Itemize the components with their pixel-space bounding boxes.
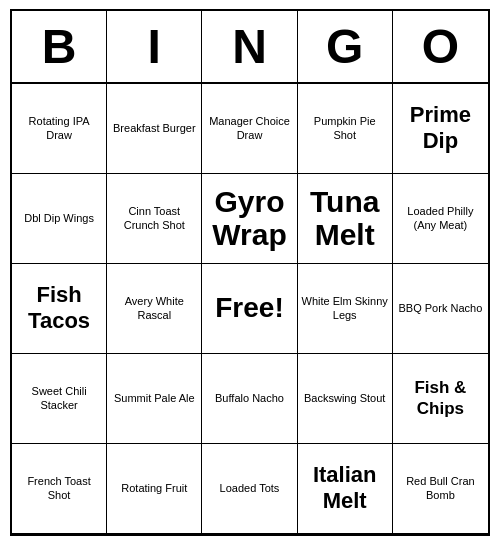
- bingo-cell-9: Loaded Philly (Any Meat): [393, 174, 488, 264]
- cell-text-14: BBQ Pork Nacho: [399, 301, 483, 315]
- cell-text-1: Breakfast Burger: [113, 121, 196, 135]
- bingo-letter-g: G: [298, 11, 393, 82]
- cell-text-15: Sweet Chili Stacker: [16, 384, 102, 413]
- bingo-cell-7: Gyro Wrap: [202, 174, 297, 264]
- bingo-cell-16: Summit Pale Ale: [107, 354, 202, 444]
- bingo-cell-14: BBQ Pork Nacho: [393, 264, 488, 354]
- cell-text-12: Free!: [215, 292, 283, 324]
- bingo-cell-0: Rotating IPA Draw: [12, 84, 107, 174]
- cell-text-8: Tuna Melt: [302, 185, 388, 251]
- cell-text-13: White Elm Skinny Legs: [302, 294, 388, 323]
- cell-text-17: Buffalo Nacho: [215, 391, 284, 405]
- cell-text-18: Backswing Stout: [304, 391, 385, 405]
- cell-text-5: Dbl Dip Wings: [24, 211, 94, 225]
- cell-text-21: Rotating Fruit: [121, 481, 187, 495]
- bingo-cell-5: Dbl Dip Wings: [12, 174, 107, 264]
- bingo-cell-23: Italian Melt: [298, 444, 393, 534]
- cell-text-24: Red Bull Cran Bomb: [397, 474, 484, 503]
- bingo-cell-8: Tuna Melt: [298, 174, 393, 264]
- cell-text-7: Gyro Wrap: [206, 185, 292, 251]
- bingo-cell-3: Pumpkin Pie Shot: [298, 84, 393, 174]
- bingo-cell-11: Avery White Rascal: [107, 264, 202, 354]
- cell-text-10: Fish Tacos: [16, 282, 102, 335]
- bingo-cell-21: Rotating Fruit: [107, 444, 202, 534]
- bingo-cell-1: Breakfast Burger: [107, 84, 202, 174]
- bingo-cell-12: Free!: [202, 264, 297, 354]
- bingo-cell-24: Red Bull Cran Bomb: [393, 444, 488, 534]
- bingo-letter-o: O: [393, 11, 488, 82]
- bingo-cell-22: Loaded Tots: [202, 444, 297, 534]
- cell-text-3: Pumpkin Pie Shot: [302, 114, 388, 143]
- bingo-cell-6: Cinn Toast Crunch Shot: [107, 174, 202, 264]
- bingo-letter-n: N: [202, 11, 297, 82]
- bingo-cell-13: White Elm Skinny Legs: [298, 264, 393, 354]
- bingo-letter-i: I: [107, 11, 202, 82]
- cell-text-9: Loaded Philly (Any Meat): [397, 204, 484, 233]
- bingo-cell-17: Buffalo Nacho: [202, 354, 297, 444]
- bingo-grid: Rotating IPA DrawBreakfast BurgerManager…: [12, 84, 488, 534]
- cell-text-23: Italian Melt: [302, 462, 388, 515]
- bingo-cell-2: Manager Choice Draw: [202, 84, 297, 174]
- bingo-letter-b: B: [12, 11, 107, 82]
- bingo-cell-20: French Toast Shot: [12, 444, 107, 534]
- bingo-cell-19: Fish & Chips: [393, 354, 488, 444]
- bingo-cell-15: Sweet Chili Stacker: [12, 354, 107, 444]
- cell-text-22: Loaded Tots: [220, 481, 280, 495]
- cell-text-20: French Toast Shot: [16, 474, 102, 503]
- cell-text-6: Cinn Toast Crunch Shot: [111, 204, 197, 233]
- cell-text-2: Manager Choice Draw: [206, 114, 292, 143]
- bingo-cell-4: Prime Dip: [393, 84, 488, 174]
- cell-text-0: Rotating IPA Draw: [16, 114, 102, 143]
- bingo-cell-18: Backswing Stout: [298, 354, 393, 444]
- cell-text-4: Prime Dip: [397, 102, 484, 155]
- bingo-header: BINGO: [12, 11, 488, 84]
- cell-text-19: Fish & Chips: [397, 377, 484, 420]
- cell-text-11: Avery White Rascal: [111, 294, 197, 323]
- cell-text-16: Summit Pale Ale: [114, 391, 195, 405]
- bingo-card: BINGO Rotating IPA DrawBreakfast BurgerM…: [10, 9, 490, 536]
- bingo-cell-10: Fish Tacos: [12, 264, 107, 354]
